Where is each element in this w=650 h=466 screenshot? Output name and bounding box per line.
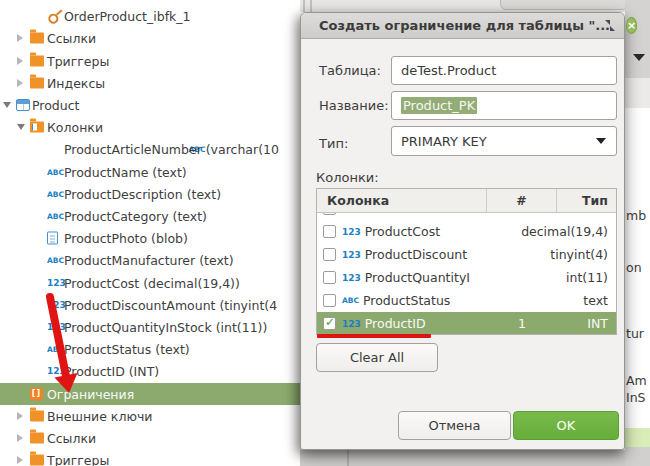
- tree-item[interactable]: Ссылки: [0, 427, 300, 449]
- folder-icon: [30, 410, 44, 421]
- column-checkbox[interactable]: [323, 294, 336, 307]
- 123-icon: [342, 273, 361, 283]
- background-panel-sliver: [625, 78, 650, 108]
- tree-item[interactable]: ProductQuantityInStock (int(11)): [0, 316, 300, 338]
- name-field[interactable]: Product_PK: [391, 91, 617, 120]
- column-header-name[interactable]: Колонка: [317, 189, 487, 212]
- screen: mb on tur Am InS Внешние ключи OrderProd…: [0, 0, 650, 466]
- column-checkbox[interactable]: [323, 225, 336, 238]
- tree-item-label: ProductDiscountAmount (tinyint(4: [64, 297, 277, 312]
- column-type: tinyint(4): [550, 247, 616, 262]
- tree-item-label: Ссылки: [47, 31, 96, 46]
- tree-item[interactable]: ProductName (text): [0, 161, 300, 183]
- chevron-down-icon: [596, 138, 606, 144]
- dialog-title: Создать ограничение для таблицы "...: [319, 18, 610, 33]
- name-field-label: Название:: [319, 98, 389, 113]
- tree-item[interactable]: Внешние ключи: [0, 405, 300, 427]
- columns-grid-row[interactable]: ProductDiscount tinyint(4): [317, 243, 616, 266]
- column-header-ordinal[interactable]: #: [487, 189, 557, 212]
- tree-item[interactable]: ProductCost (decimal(19,4)): [0, 272, 300, 294]
- background-text-fragment: mb: [626, 208, 646, 223]
- expander-icon[interactable]: [17, 79, 23, 87]
- 123-icon: [47, 300, 66, 310]
- database-object-tree[interactable]: Внешние ключи OrderProduct_ibfk_1 Ссылки…: [0, 0, 300, 466]
- column-name: ProductDiscount: [365, 247, 467, 262]
- expander-icon[interactable]: [17, 456, 23, 464]
- column-checkbox[interactable]: [323, 248, 336, 261]
- tree-item-label: ProductCost (decimal(19,4)): [64, 275, 240, 290]
- create-constraint-dialog: Создать ограничение для таблицы "... × Т…: [300, 12, 625, 450]
- tree-item[interactable]: ProductDiscountAmount (tinyint(4: [0, 294, 300, 316]
- red-underline-annotation: [317, 334, 431, 338]
- tree-item[interactable]: ProductDescription (text): [0, 183, 300, 205]
- background-divider: [347, 450, 349, 466]
- expander-icon[interactable]: [17, 57, 23, 65]
- clear-all-button[interactable]: Clear All: [316, 343, 438, 372]
- 123-icon: [47, 322, 66, 332]
- tree-item[interactable]: Триггеры: [0, 449, 300, 466]
- close-icon[interactable]: ×: [626, 17, 637, 34]
- tree-item-label: Внешние ключи: [47, 0, 152, 2]
- column-checkbox[interactable]: [323, 271, 336, 284]
- 123-icon: [342, 250, 361, 260]
- columns-grid-row[interactable]: ProductID 1 INT: [317, 312, 616, 335]
- tree-item-label: Внешние ключи: [47, 408, 152, 423]
- columns-grid-body: ProductManufacturer text ProductCost dec…: [317, 213, 616, 335]
- tree-item[interactable]: ProductPhoto (blob): [0, 227, 300, 249]
- tree-item-label: ProductID (INT): [64, 364, 159, 379]
- column-header-type[interactable]: Тип: [557, 189, 616, 212]
- tree-item-label: Ссылки: [47, 431, 96, 446]
- column-name: ProductID: [365, 316, 426, 331]
- tree-item-label: ProductPhoto (blob): [64, 231, 188, 246]
- columns-grid-row[interactable]: ProductQuantityI int(11): [317, 266, 616, 289]
- column-name: ProductManufacturer: [363, 213, 487, 216]
- tree-item[interactable]: Колонки: [0, 116, 300, 138]
- tree-item[interactable]: Product: [0, 94, 300, 116]
- abc-icon: [342, 296, 359, 305]
- column-checkbox[interactable]: [323, 317, 336, 330]
- background-panel-sliver: [625, 447, 650, 466]
- type-dropdown-value: PRIMARY KEY: [401, 134, 487, 149]
- columns-grid-header: Колонка # Тип: [317, 189, 616, 213]
- table-icon: [16, 99, 30, 111]
- table-field[interactable]: deTest.Product: [391, 56, 617, 85]
- type-dropdown[interactable]: PRIMARY KEY: [391, 126, 617, 156]
- tree-item-label: Ограничения: [47, 386, 134, 401]
- dialog-titlebar[interactable]: Создать ограничение для таблицы "... ×: [301, 13, 624, 39]
- tree-item-label: ProductStatus (text): [64, 342, 190, 357]
- tree-item[interactable]: ProductStatus (text): [0, 338, 300, 360]
- ok-button[interactable]: OK: [513, 411, 619, 440]
- folder-icon: [30, 77, 44, 88]
- tree-item[interactable]: Ограничения: [0, 383, 300, 405]
- background-bottom-sliver: [300, 450, 625, 466]
- folder-icon: [30, 55, 44, 66]
- expander-icon[interactable]: [17, 434, 23, 442]
- tree-item[interactable]: ProductManufacturer (text): [0, 249, 300, 271]
- expander-icon[interactable]: [3, 102, 11, 108]
- columns-grid-row[interactable]: ProductStatus text: [317, 289, 616, 312]
- tree-item[interactable]: OrderProduct_ibfk_1: [0, 5, 300, 27]
- tree-item[interactable]: Ссылки: [0, 27, 300, 49]
- expander-icon[interactable]: [17, 34, 23, 42]
- columns-grid-row[interactable]: ProductCost decimal(19,4): [317, 220, 616, 243]
- column-type: text: [557, 213, 616, 216]
- 123-icon: [47, 366, 66, 376]
- type-field-label: Тип:: [319, 136, 348, 151]
- expander-icon[interactable]: [17, 124, 25, 130]
- background-panel-edge: [500, 0, 628, 10]
- tree-item[interactable]: ProductID (INT): [0, 360, 300, 382]
- abc-icon: [47, 256, 64, 265]
- column-checkbox[interactable]: [323, 213, 336, 215]
- tree-item[interactable]: ProductCategory (text): [0, 205, 300, 227]
- tree-item-label: OrderProduct_ibfk_1: [64, 9, 190, 24]
- tree-item[interactable]: Индексы: [0, 72, 300, 94]
- tree-item[interactable]: Триггеры: [0, 50, 300, 72]
- tree-item-label: Индексы: [47, 75, 105, 90]
- tree-item[interactable]: ProductArticleNumber (varchar(10: [0, 138, 300, 160]
- cancel-button[interactable]: Отмена: [398, 411, 511, 440]
- background-highlight-sliver: [625, 428, 650, 447]
- 123-icon: [47, 278, 66, 288]
- tree-item-label: Колонки: [47, 120, 103, 135]
- expander-icon[interactable]: [17, 412, 23, 420]
- columns-grid-row[interactable]: ProductManufacturer text: [317, 213, 616, 220]
